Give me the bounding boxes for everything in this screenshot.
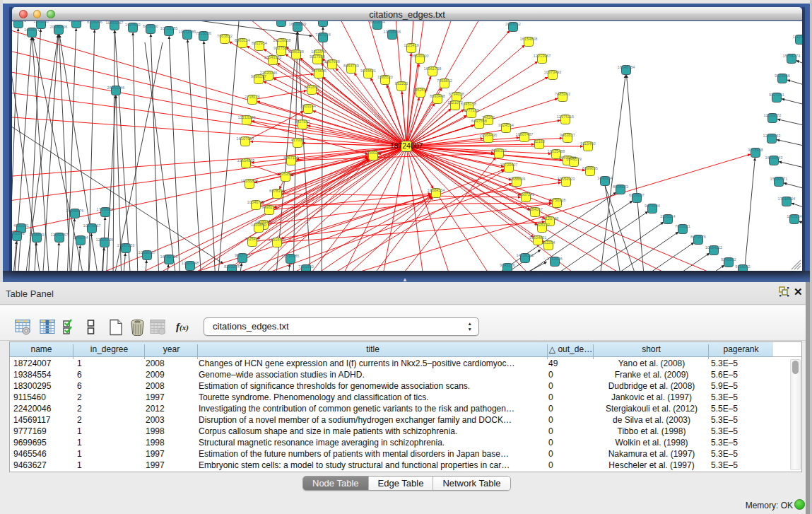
svg-text:1733426: 1733426 [547,257,563,261]
svg-text:9657791: 9657791 [235,253,250,257]
svg-text:9242848: 9242848 [304,85,319,89]
svg-text:1409850: 1409850 [251,223,266,227]
svg-text:18907249: 18907249 [517,192,535,197]
svg-text:3911541: 3911541 [12,231,25,235]
svg-text:19654923: 19654923 [558,177,575,181]
svg-text:8293514: 8293514 [224,264,240,269]
svg-text:7632621: 7632621 [675,224,690,228]
svg-text:7251360: 7251360 [298,264,314,269]
svg-text:12905135: 12905135 [96,238,114,242]
svg-text:1405571: 1405571 [24,28,40,32]
svg-text:9714927: 9714927 [69,21,84,23]
svg-text:15692971: 15692971 [770,177,788,181]
svg-text:1167534: 1167534 [787,214,801,218]
svg-text:7515526: 7515526 [196,31,211,35]
svg-text:9118062: 9118062 [735,264,750,269]
svg-text:16782759: 16782759 [160,255,178,259]
svg-text:4835001: 4835001 [13,223,29,228]
svg-text:10653267: 10653267 [106,21,124,25]
svg-text:10688609: 10688609 [508,177,526,181]
svg-text:19756928: 19756928 [548,198,566,202]
svg-text:9245652: 9245652 [721,257,736,262]
svg-text:1112706: 1112706 [793,35,802,39]
svg-text:6794028: 6794028 [449,92,464,96]
svg-text:1125419: 1125419 [404,43,418,47]
svg-text:8938923: 8938923 [613,185,628,189]
svg-text:12444153: 12444153 [763,134,781,138]
svg-text:15751074: 15751074 [783,54,801,58]
svg-text:8427552: 8427552 [295,119,310,124]
svg-text:1440954: 1440954 [597,176,613,180]
svg-text:26053346: 26053346 [107,86,125,90]
svg-text:12093872: 12093872 [764,113,782,117]
svg-text:10958107: 10958107 [139,250,156,255]
svg-text:8186328: 8186328 [288,49,304,54]
svg-text:9184067: 9184067 [527,207,543,211]
svg-text:9115460: 9115460 [580,141,595,146]
svg-text:14136141: 14136141 [517,253,534,257]
svg-text:10654112: 10654112 [705,245,722,250]
svg-text:8912954: 8912954 [252,41,267,45]
svg-text:1588520: 1588520 [377,75,393,79]
svg-text:1362615: 1362615 [413,88,428,92]
svg-text:16914479: 16914479 [269,238,286,242]
svg-text:12213967: 12213967 [534,54,551,58]
svg-text:8990448: 8990448 [430,94,445,98]
svg-text:17957253: 17957253 [117,243,135,247]
svg-text:16033809: 16033809 [289,22,307,26]
svg-text:1815132: 1815132 [534,223,550,227]
svg-text:6466160: 6466160 [143,24,158,28]
svg-text:9463627: 9463627 [560,133,575,137]
svg-text:9327503: 9327503 [273,46,289,50]
svg-text:10025488: 10025488 [548,149,565,153]
svg-text:417006: 417006 [291,138,305,142]
svg-text:1345178: 1345178 [461,102,476,106]
svg-text:3624554: 3624554 [498,123,514,127]
svg-text:6879197: 6879197 [629,193,645,197]
svg-text:13524851: 13524851 [529,235,547,240]
svg-text:10046728: 10046728 [247,200,265,204]
svg-text:7955812: 7955812 [437,78,452,83]
svg-text:12975115: 12975115 [557,115,574,119]
svg-text:2718176: 2718176 [245,95,260,99]
svg-text:7663822: 7663822 [217,34,233,38]
svg-text:12923448: 12923448 [182,261,199,265]
svg-text:16648784: 16648784 [618,65,635,69]
svg-text:7625402: 7625402 [245,237,260,241]
svg-text:8960124: 8960124 [235,38,250,42]
svg-text:2867608: 2867608 [324,59,340,64]
svg-text:16640910: 16640910 [411,54,429,58]
svg-text:9896137: 9896137 [251,74,266,78]
svg-text:15300273: 15300273 [365,151,382,155]
svg-text:8471676: 8471676 [690,235,706,239]
svg-text:16154808: 16154808 [520,37,538,41]
svg-text:10807487: 10807487 [516,132,534,136]
svg-text:23226058: 23226058 [273,38,291,42]
svg-text:12942757: 12942757 [51,233,69,237]
svg-text:10975867: 10975867 [83,223,101,228]
svg-text:6899695: 6899695 [582,166,598,170]
svg-text:15716485: 15716485 [282,254,300,258]
svg-text:9474444: 9474444 [645,204,660,208]
svg-text:9146821: 9146821 [360,69,376,73]
svg-text:252254: 252254 [542,240,555,245]
svg-text:8878334: 8878334 [269,189,285,193]
svg-text:1981168: 1981168 [33,21,48,23]
svg-text:2087662: 2087662 [505,22,521,26]
svg-text:18724007: 18724007 [390,141,423,150]
svg-text:8128246: 8128246 [87,21,102,24]
svg-text:8454749: 8454749 [343,64,359,68]
svg-text:1527602: 1527602 [125,23,141,27]
svg-text:20206576: 20206576 [66,209,84,213]
svg-text:9129966: 9129966 [775,74,790,78]
svg-text:10120746: 10120746 [541,216,559,221]
svg-text:832203: 832203 [395,81,408,86]
svg-text:19166825: 19166825 [241,179,259,183]
svg-text:17016504: 17016504 [778,197,796,201]
svg-text:3875685: 3875685 [311,69,326,73]
svg-text:1811546: 1811546 [311,49,326,54]
svg-text:9777169: 9777169 [464,108,479,112]
svg-text:15720407: 15720407 [500,163,518,167]
svg-text:10671385: 10671385 [179,30,196,34]
svg-text:2803144: 2803144 [300,104,316,108]
